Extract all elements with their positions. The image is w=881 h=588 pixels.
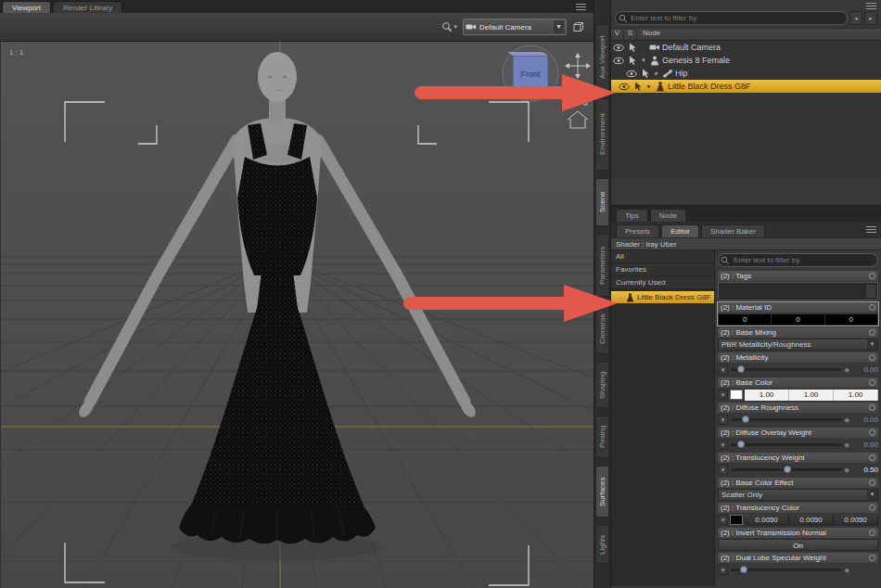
cursor-icon[interactable] <box>641 69 650 79</box>
tab-shader-baker[interactable]: Shader Baker <box>701 224 765 237</box>
pane-menu-icon[interactable] <box>866 3 876 9</box>
filter-next-button[interactable]: ▸ <box>864 11 877 25</box>
dress-node-icon <box>625 293 635 302</box>
daz-studio-window: Viewport Render Library ▾ Default Camera… <box>0 0 881 588</box>
property-filter-input[interactable] <box>718 253 878 267</box>
surface-list-little-black-dress[interactable]: ▸ Little Black Dress G8F <box>611 291 714 304</box>
diffuse-overlay-value[interactable]: 0.00 <box>852 441 878 449</box>
tab-viewport[interactable]: Viewport <box>2 1 51 13</box>
metallicity-slider[interactable] <box>731 368 842 371</box>
scene-filter-row: ◂ ▸ <box>615 11 877 25</box>
camera-node-icon <box>649 43 660 52</box>
translucency-weight-value[interactable]: 0.50 <box>852 466 878 474</box>
translucency-color-values[interactable]: 0.00500.00500.0050 <box>745 515 878 526</box>
chevron-down-icon: ▾ <box>867 339 877 350</box>
tab-node[interactable]: Node <box>650 209 686 222</box>
gear-icon[interactable] <box>869 530 875 536</box>
viewport-toolbar: ▾ Default Camera ▾ <box>0 13 594 42</box>
expander-icon[interactable]: ▸ <box>653 70 660 77</box>
gear-icon[interactable] <box>869 354 875 361</box>
expander-icon[interactable]: ▾ <box>640 57 647 64</box>
dual-lobe-slider[interactable] <box>731 569 842 571</box>
prop-label: (2) : Diffuse Overlay Weight <box>721 428 811 437</box>
pane-menu-icon[interactable] <box>576 4 586 10</box>
view-search-button[interactable]: ▾ <box>441 21 457 32</box>
surface-list-currently-used[interactable]: Currently Used <box>611 276 714 289</box>
diffuse-roughness-slider[interactable] <box>731 418 842 421</box>
map-menu-icon[interactable]: ▾ <box>718 364 728 375</box>
prop-group-base-color: (2) : Base Color ▾ 1.001.001.00 <box>718 377 878 401</box>
aspect-ratio-label: 1 : 1 <box>9 48 24 57</box>
surface-list-all[interactable]: All <box>611 250 714 263</box>
gear-icon[interactable] <box>869 555 875 561</box>
prop-label: (2) : Base Color Effect <box>721 479 794 487</box>
cursor-icon[interactable] <box>633 82 643 92</box>
gear-icon[interactable] <box>869 379 875 386</box>
diffuse-roughness-value[interactable]: 0.00 <box>852 415 878 424</box>
base-color-effect-select[interactable]: Scatter Only▾ <box>718 489 878 501</box>
dock-tab-shaping[interactable]: Shaping <box>595 362 609 408</box>
map-menu-icon[interactable]: ▾ <box>718 465 728 475</box>
eye-icon[interactable] <box>613 44 624 52</box>
aux-cube-icon[interactable] <box>572 21 584 33</box>
expander-icon[interactable]: ▸ <box>645 83 653 90</box>
scene-row-little-black-dress[interactable]: ▸ Little Black Dress G8F <box>611 80 881 93</box>
col-visibility: V <box>611 29 624 40</box>
map-menu-icon[interactable]: ▾ <box>718 390 728 400</box>
scene-filter-input[interactable] <box>615 11 848 25</box>
gear-icon[interactable] <box>869 404 875 411</box>
scene-row-default-camera[interactable]: Default Camera <box>611 41 881 54</box>
invert-transmission-toggle[interactable]: On <box>718 539 878 551</box>
cursor-icon[interactable] <box>628 56 637 66</box>
gear-icon[interactable] <box>869 429 875 436</box>
default-diamond-icon: ◆ <box>845 567 849 574</box>
pane-menu-icon[interactable] <box>866 226 876 233</box>
map-menu-icon[interactable]: ▾ <box>718 440 728 450</box>
gear-icon[interactable] <box>869 454 875 461</box>
prop-group-metallicity: (2) : Metallicity ▾ ◆ 0.00 <box>718 352 878 376</box>
chevron-down-icon: ▾ <box>554 20 564 33</box>
material-id-values[interactable]: 000 <box>718 313 878 326</box>
dock-tab-surfaces[interactable]: Surfaces <box>595 466 609 518</box>
map-menu-icon[interactable]: ▾ <box>718 565 728 575</box>
metallicity-value[interactable]: 0.00 <box>852 365 878 374</box>
tags-button[interactable] <box>865 284 876 299</box>
map-menu-icon[interactable]: ▾ <box>718 415 728 425</box>
dock-tab-lights[interactable]: Lights <box>595 525 609 564</box>
prop-label: (2) : Diffuse Roughness <box>721 403 798 412</box>
scene-row-genesis-8-female[interactable]: ▾ Genesis 8 Female <box>611 54 881 67</box>
dock-tab-scene[interactable]: Scene <box>595 178 609 226</box>
eye-icon[interactable] <box>626 70 637 78</box>
surface-properties: (2) : Tags (2) : Material ID 000 (2) : B… <box>715 250 881 586</box>
tab-tips[interactable]: Tips <box>616 209 648 222</box>
gear-icon[interactable] <box>869 505 875 511</box>
base-color-swatch[interactable] <box>730 390 743 400</box>
cursor-icon[interactable] <box>628 43 637 53</box>
tab-render-library[interactable]: Render Library <box>53 1 122 13</box>
prop-label: (2) : Dual Lobe Specular Weight <box>721 554 826 562</box>
tab-presets[interactable]: Presets <box>616 224 659 237</box>
map-menu-icon[interactable]: ▾ <box>718 515 728 525</box>
gear-icon[interactable] <box>869 479 875 486</box>
surface-label: Little Black Dress G8F <box>637 291 711 304</box>
base-mixing-select[interactable]: PBR Metallicity/Roughness▾ <box>718 339 878 351</box>
surface-list-favorites[interactable]: Favorites <box>611 263 714 276</box>
translucency-weight-slider[interactable] <box>731 468 842 471</box>
eye-icon[interactable] <box>619 83 630 91</box>
tags-input[interactable] <box>718 282 878 300</box>
camera-select[interactable]: Default Camera ▾ <box>463 19 567 35</box>
gear-icon[interactable] <box>869 304 875 311</box>
dock-tab-posing[interactable]: Posing <box>595 415 609 458</box>
scene-row-hip[interactable]: ▸ Hip <box>611 67 881 80</box>
base-color-values[interactable]: 1.001.001.00 <box>745 390 878 401</box>
tab-editor[interactable]: Editor <box>661 224 699 237</box>
eye-icon[interactable] <box>613 57 624 65</box>
diffuse-overlay-slider[interactable] <box>731 443 842 446</box>
node-label: Default Camera <box>662 43 721 52</box>
filter-prev-button[interactable]: ◂ <box>849 11 862 25</box>
gear-icon[interactable] <box>869 329 875 336</box>
gear-icon[interactable] <box>869 273 875 279</box>
chevron-down-icon: ▾ <box>867 490 877 500</box>
translucency-color-swatch[interactable] <box>730 515 743 525</box>
surfaces-tab-bar: Presets Editor Shader Baker <box>611 222 881 237</box>
